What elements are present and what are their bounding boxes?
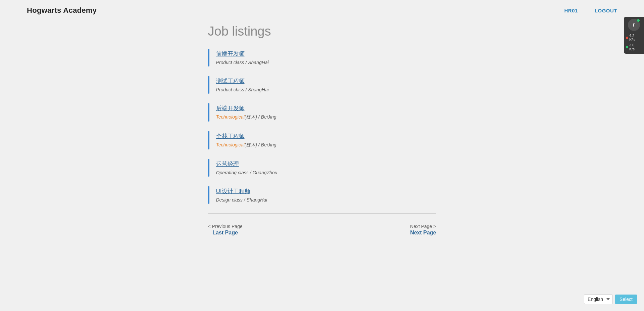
job-border bbox=[208, 76, 209, 94]
list-item: UI设计工程师Design class / ShangHai bbox=[208, 186, 436, 204]
job-title[interactable]: 后端开发师 bbox=[216, 104, 277, 112]
upload-value: 4.2 K/s bbox=[629, 34, 635, 42]
header-nav: HR01 LOGOUT bbox=[564, 8, 617, 13]
avatar: r bbox=[628, 19, 640, 31]
job-meta: Operating class / GuangZhou bbox=[216, 170, 278, 175]
job-meta: Product class / ShangHai bbox=[216, 60, 269, 65]
job-meta-cn: (技术) / BeiJing bbox=[245, 114, 277, 120]
job-meta: Product class / ShangHai bbox=[216, 87, 269, 92]
job-title[interactable]: 运营经理 bbox=[216, 160, 278, 168]
job-border bbox=[208, 131, 209, 149]
upload-dot bbox=[626, 37, 628, 39]
list-item: 运营经理Operating class / GuangZhou bbox=[208, 159, 436, 177]
list-item: 全栈工程师Technological(技术) / BeiJing bbox=[208, 131, 436, 149]
next-page-label: Next Page > bbox=[410, 224, 436, 229]
upload-stat: 4.2 K/s bbox=[626, 33, 642, 42]
language-bar: English 中文 Select bbox=[584, 294, 637, 304]
job-content: 后端开发师Technological(技术) / BeiJing bbox=[216, 103, 277, 122]
pagination-left: < Previous Page Last Page bbox=[208, 224, 243, 236]
pagination: < Previous Page Last Page Next Page > Ne… bbox=[208, 220, 436, 239]
header: Hogwarts Academy HR01 LOGOUT bbox=[0, 0, 644, 21]
job-title[interactable]: 测试工程师 bbox=[216, 77, 269, 85]
job-content: UI设计工程师Design class / ShangHai bbox=[216, 186, 267, 204]
job-title[interactable]: UI设计工程师 bbox=[216, 187, 267, 195]
job-content: 全栈工程师Technological(技术) / BeiJing bbox=[216, 131, 277, 149]
list-item: 后端开发师Technological(技术) / BeiJing bbox=[208, 103, 436, 122]
language-select[interactable]: English 中文 bbox=[584, 294, 613, 304]
hr-link[interactable]: HR01 bbox=[564, 8, 578, 13]
download-value: 3.0 K/s bbox=[629, 43, 635, 51]
download-dot bbox=[626, 46, 628, 48]
job-content: 前端开发师Product class / ShangHai bbox=[216, 49, 269, 66]
site-title: Hogwarts Academy bbox=[27, 6, 97, 15]
list-item: 前端开发师Product class / ShangHai bbox=[208, 49, 436, 66]
list-divider bbox=[208, 213, 436, 214]
job-content: 测试工程师Product class / ShangHai bbox=[216, 76, 269, 94]
language-select-button[interactable]: Select bbox=[615, 295, 637, 304]
prev-page-label: < Previous Page bbox=[208, 224, 243, 229]
job-border bbox=[208, 103, 209, 122]
job-title[interactable]: 全栈工程师 bbox=[216, 132, 277, 140]
job-title[interactable]: 前端开发师 bbox=[216, 50, 269, 58]
next-page-link[interactable]: Next Page bbox=[410, 230, 436, 236]
job-meta: Design class / ShangHai bbox=[216, 197, 267, 203]
job-meta-highlight: Technological bbox=[216, 142, 245, 147]
main-content: Job listings 前端开发师Product class / ShangH… bbox=[188, 21, 456, 253]
job-border bbox=[208, 49, 209, 66]
download-stat: 3.0 K/s bbox=[626, 42, 642, 52]
last-page-link[interactable]: Last Page bbox=[212, 230, 238, 236]
avatar-online-dot bbox=[637, 19, 640, 22]
avatar-letter: r bbox=[633, 22, 635, 28]
logout-link[interactable]: LOGOUT bbox=[595, 8, 617, 13]
job-meta: Technological(技术) / BeiJing bbox=[216, 142, 277, 148]
list-item: 测试工程师Product class / ShangHai bbox=[208, 76, 436, 94]
side-widget: r 4.2 K/s 3.0 K/s bbox=[624, 17, 644, 54]
job-border bbox=[208, 186, 209, 204]
job-content: 运营经理Operating class / GuangZhou bbox=[216, 159, 278, 177]
job-meta-cn: (技术) / BeiJing bbox=[245, 142, 277, 147]
job-list: 前端开发师Product class / ShangHai测试工程师Produc… bbox=[208, 49, 436, 204]
pagination-right: Next Page > Next Page bbox=[410, 224, 436, 236]
job-meta: Technological(技术) / BeiJing bbox=[216, 114, 277, 120]
job-meta-highlight: Technological bbox=[216, 114, 245, 120]
job-border bbox=[208, 159, 209, 177]
page-title: Job listings bbox=[208, 24, 436, 39]
